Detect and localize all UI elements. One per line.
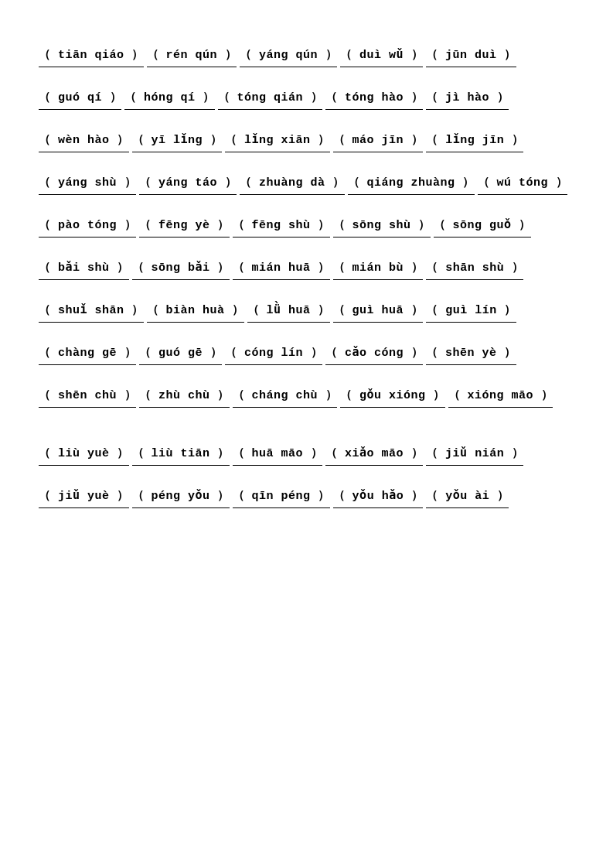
phrase-row: （ guó qí ）（ hóng qí ）（ tóng qián ）（ tóng…	[39, 89, 574, 110]
phrase-item-4-0: （ pào tóng ）	[39, 217, 136, 238]
phrase-item-3-3: （ qiáng zhuàng ）	[348, 174, 475, 195]
phrase-item-3-2: （ zhuàng dà ）	[240, 174, 345, 195]
phrase-item-4-3: （ sōng shù ）	[333, 217, 431, 238]
phrase-item-5-2: （ mián huā ）	[233, 259, 330, 280]
phrase-item-2-4: （ lǐng jīn ）	[426, 132, 523, 152]
page: （ tiān qiáo ）（ rén qún ）（ yáng qún ）（ du…	[0, 0, 613, 868]
phrase-row: （ chàng gē ）（ guó gē ）（ cóng lín ）（ cǎo …	[39, 344, 574, 365]
phrase-item-0-0: （ tiān qiáo ）	[39, 46, 144, 67]
phrase-item-6-4: （ guì lín ）	[426, 302, 516, 323]
phrase-item-4-2: （ fēng shù ）	[233, 217, 330, 238]
spacer-row	[39, 429, 574, 445]
phrase-item-0-4: （ jūn duì ）	[426, 46, 516, 67]
phrase-item-5-0: （ bǎi shù ）	[39, 259, 129, 280]
phrase-item-2-2: （ lǐng xiān ）	[225, 132, 330, 152]
phrase-item-7-0: （ chàng gē ）	[39, 344, 136, 365]
phrase-item-1-1: （ hóng qí ）	[124, 89, 215, 110]
phrase-item-0-3: （ duì wǔ ）	[340, 46, 423, 67]
phrase-item-10-2: （ huā māo ）	[233, 445, 323, 466]
phrase-item-5-3: （ mián bù ）	[333, 259, 424, 280]
phrase-item-11-1: （ péng yǒu ）	[132, 487, 230, 508]
phrase-item-8-1: （ zhù chù ）	[139, 387, 230, 408]
phrase-item-2-1: （ yī lǐng ）	[132, 132, 223, 152]
phrase-row: （ pào tóng ）（ fēng yè ）（ fēng shù ）（ sōn…	[39, 217, 574, 238]
phrase-item-8-3: （ gǒu xióng ）	[340, 387, 445, 408]
phrase-item-8-0: （ shēn chù ）	[39, 387, 136, 408]
phrase-row: （ yáng shù ）（ yáng táo ）（ zhuàng dà ）（ q…	[39, 174, 574, 195]
phrase-item-6-1: （ biàn huà ）	[147, 302, 244, 323]
phrase-item-11-4: （ yǒu ài ）	[426, 487, 509, 508]
phrase-item-7-4: （ shēn yè ）	[426, 344, 516, 365]
phrase-item-6-2: （ lǜ huā ）	[247, 302, 330, 323]
phrase-item-1-2: （ tóng qián ）	[218, 89, 323, 110]
phrase-row: （ tiān qiáo ）（ rén qún ）（ yáng qún ）（ du…	[39, 46, 574, 67]
phrase-item-8-2: （ cháng chù ）	[233, 387, 338, 408]
phrase-item-10-4: （ jiǔ nián ）	[426, 445, 523, 466]
phrase-item-7-1: （ guó gē ）	[139, 344, 222, 365]
phrase-item-11-0: （ jiǔ yuè ）	[39, 487, 129, 508]
phrase-item-0-2: （ yáng qún ）	[240, 46, 337, 67]
phrase-item-3-0: （ yáng shù ）	[39, 174, 136, 195]
phrase-row: （ shuǐ shān ）（ biàn huà ）（ lǜ huā ）（ guì…	[39, 302, 574, 323]
phrase-item-10-3: （ xiǎo māo ）	[325, 445, 423, 466]
phrase-item-3-4: （ wú tóng ）	[478, 174, 568, 195]
phrase-item-7-2: （ cóng lín ）	[225, 344, 322, 365]
phrase-item-4-4: （ sōng guǒ ）	[434, 217, 531, 238]
phrase-item-10-0: （ liù yuè ）	[39, 445, 129, 466]
phrase-item-1-4: （ jì hào ）	[426, 89, 509, 110]
phrase-item-11-2: （ qīn péng ）	[233, 487, 330, 508]
phrase-item-0-1: （ rén qún ）	[147, 46, 237, 67]
phrase-item-7-3: （ cǎo cóng ）	[325, 344, 423, 365]
phrase-row: （ wèn hào ）（ yī lǐng ）（ lǐng xiān ）（ máo…	[39, 132, 574, 152]
phrase-item-2-0: （ wèn hào ）	[39, 132, 129, 152]
phrase-row: （ liù yuè ）（ liù tiān ）（ huā māo ）（ xiǎo…	[39, 445, 574, 466]
phrase-row: （ jiǔ yuè ）（ péng yǒu ）（ qīn péng ）（ yǒu…	[39, 487, 574, 508]
phrase-row: （ bǎi shù ）（ sōng bǎi ）（ mián huā ）（ miá…	[39, 259, 574, 280]
phrase-item-6-3: （ guì huā ）	[333, 302, 424, 323]
phrase-item-4-1: （ fēng yè ）	[139, 217, 230, 238]
phrase-item-11-3: （ yǒu hǎo ）	[333, 487, 424, 508]
phrase-item-6-0: （ shuǐ shān ）	[39, 302, 144, 323]
phrase-item-10-1: （ liù tiān ）	[132, 445, 230, 466]
phrase-item-5-1: （ sōng bǎi ）	[132, 259, 230, 280]
phrase-item-3-1: （ yáng táo ）	[139, 174, 237, 195]
phrase-item-2-3: （ máo jīn ）	[333, 132, 424, 152]
phrase-item-1-0: （ guó qí ）	[39, 89, 121, 110]
phrase-item-1-3: （ tóng hào ）	[325, 89, 423, 110]
phrase-item-8-4: （ xióng māo ）	[448, 387, 553, 408]
phrase-item-5-4: （ shān shù ）	[426, 259, 523, 280]
phrase-row: （ shēn chù ）（ zhù chù ）（ cháng chù ）（ gǒ…	[39, 387, 574, 408]
